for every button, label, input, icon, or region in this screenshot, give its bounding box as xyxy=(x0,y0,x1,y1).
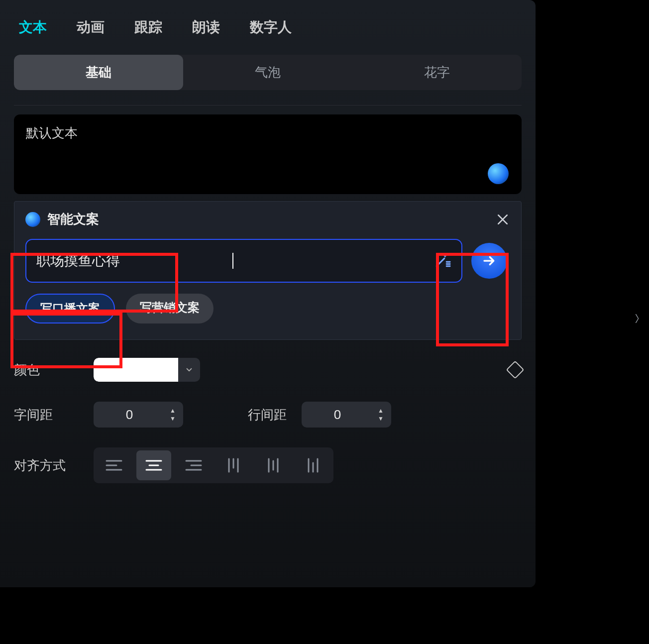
align-right-icon[interactable] xyxy=(176,450,211,480)
align-vertical-bottom-icon[interactable] xyxy=(296,450,330,480)
text-caret xyxy=(232,253,233,269)
prompt-chips: 写口播文案 写营销文案 xyxy=(25,294,510,323)
line-spacing-down[interactable]: ▼ xyxy=(373,415,388,422)
color-row: 颜色 xyxy=(14,358,522,382)
ai-prompt-text: 职场摸鱼心得 xyxy=(36,251,225,270)
magic-wand-icon[interactable] xyxy=(434,251,451,270)
chevron-down-icon[interactable] xyxy=(178,358,200,382)
align-label: 对齐方式 xyxy=(14,457,79,474)
chip-voiceover[interactable]: 写口播文案 xyxy=(25,294,115,323)
tab-avatar[interactable]: 数字人 xyxy=(250,18,292,37)
letter-spacing-value: 0 xyxy=(94,407,165,423)
popup-header: 智能文案 xyxy=(25,211,510,228)
letter-spacing-input[interactable]: 0 ▲ ▼ xyxy=(94,402,183,428)
tab-read[interactable]: 朗读 xyxy=(192,18,220,37)
align-group xyxy=(94,447,333,483)
align-vertical-top-icon[interactable] xyxy=(216,450,251,480)
letter-spacing-up[interactable]: ▲ xyxy=(165,407,180,414)
letter-spacing-down[interactable]: ▼ xyxy=(165,415,180,422)
ai-input-row: 职场摸鱼心得 xyxy=(25,239,510,283)
subtab-bubble[interactable]: 气泡 xyxy=(183,55,352,90)
line-spacing-input[interactable]: 0 ▲ ▼ xyxy=(302,402,391,428)
keyframe-diamond-icon[interactable] xyxy=(506,361,525,379)
sub-tabs: 基础 气泡 花字 xyxy=(14,55,522,90)
color-swatch xyxy=(94,358,178,382)
color-picker[interactable] xyxy=(94,358,200,382)
text-content-input[interactable]: 默认文本 xyxy=(14,114,522,194)
line-spacing-label: 行间距 xyxy=(248,406,287,424)
align-row: 对齐方式 xyxy=(14,447,522,483)
align-center-icon[interactable] xyxy=(136,450,171,480)
close-icon[interactable] xyxy=(495,212,510,227)
align-left-icon[interactable] xyxy=(97,450,131,480)
popup-title: 智能文案 xyxy=(47,211,99,228)
letter-spacing-label: 字间距 xyxy=(14,406,79,424)
tab-tracking[interactable]: 跟踪 xyxy=(134,18,162,37)
chip-marketing[interactable]: 写营销文案 xyxy=(126,294,214,323)
subtab-fancy[interactable]: 花字 xyxy=(352,55,522,90)
divider xyxy=(14,105,522,106)
line-spacing-up[interactable]: ▲ xyxy=(373,407,388,414)
tab-animation[interactable]: 动画 xyxy=(77,18,105,37)
ai-orb-icon[interactable] xyxy=(488,163,509,184)
tab-text[interactable]: 文本 xyxy=(19,18,47,37)
text-content-value: 默认文本 xyxy=(26,125,78,140)
color-label: 颜色 xyxy=(14,361,79,379)
spacing-row: 字间距 0 ▲ ▼ 行间距 0 ▲ ▼ xyxy=(14,402,522,428)
top-tabs: 文本 动画 跟踪 朗读 数字人 xyxy=(14,12,522,52)
submit-button[interactable] xyxy=(471,243,507,279)
ai-prompt-input[interactable]: 职场摸鱼心得 xyxy=(25,239,462,283)
panel-resize-handle[interactable] xyxy=(635,289,640,348)
subtab-basic[interactable]: 基础 xyxy=(14,55,183,90)
smart-copy-popup: 智能文案 职场摸鱼心得 xyxy=(14,201,522,340)
ai-orb-small-icon xyxy=(25,212,40,227)
text-panel: 文本 动画 跟踪 朗读 数字人 基础 气泡 花字 默认文本 智能文案 职场摸鱼心… xyxy=(0,0,536,587)
line-spacing-value: 0 xyxy=(302,407,373,423)
align-vertical-middle-icon[interactable] xyxy=(256,450,291,480)
